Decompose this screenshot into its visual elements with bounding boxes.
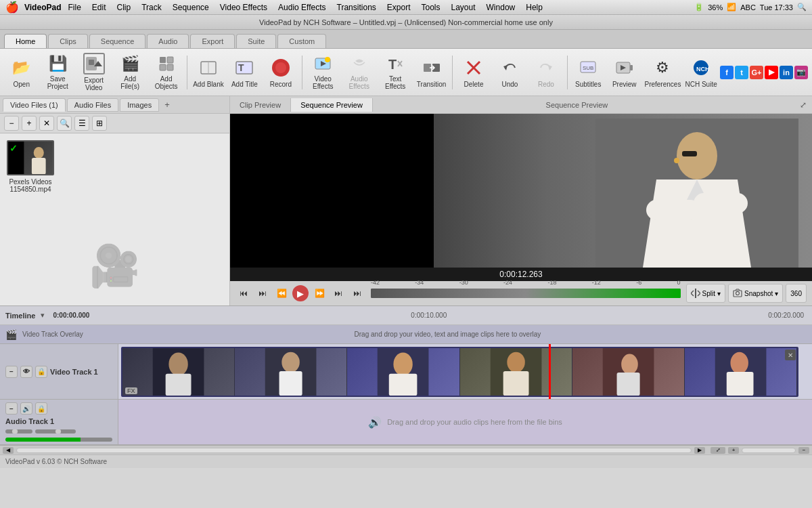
delete-file-button[interactable]: ✕ [39,116,54,131]
apple-icon[interactable]: 🍎 [5,1,19,14]
close-clip-button[interactable]: ✕ [785,350,796,360]
zoom-to-fit-button[interactable]: ⤢ [710,447,725,454]
google-icon[interactable]: G+ [750,66,763,79]
step-back-button[interactable]: ⏭ [254,285,271,301]
delete-button[interactable]: Delete [456,52,491,93]
menu-transitions[interactable]: Transitions [333,1,380,14]
fast-forward-button[interactable]: ⏩ [311,285,328,301]
360-button[interactable]: 360 [786,284,807,303]
open-button[interactable]: 📂 Open [4,52,39,93]
audio-track-speaker-button[interactable]: 🔊 [20,402,32,415]
record-button[interactable]: Record [263,52,298,93]
tab-clips[interactable]: Clips [48,34,87,48]
scroll-right-button[interactable]: ▶ [694,447,705,454]
video-track-eye-button[interactable]: 👁 [20,366,32,378]
tab-sequence[interactable]: Sequence [89,34,146,48]
menu-layout[interactable]: Layout [447,1,480,14]
video-track-lock-button[interactable]: 🔒 [35,366,47,378]
scroll-left-button[interactable]: ◀ [3,447,14,454]
nch-suite-button[interactable]: NCH NCH Suite [683,52,718,93]
menu-help[interactable]: Help [522,1,547,14]
toolbar-sep-4 [567,56,568,89]
facebook-icon[interactable]: f [720,66,734,79]
menu-track[interactable]: Track [137,1,166,14]
audio-track-lock-button[interactable]: 🔒 [35,402,47,415]
file-tab-audio[interactable]: Audio Files [67,98,118,112]
menu-clip[interactable]: Clip [113,1,135,14]
preview-progress-bar[interactable]: -42 -34 -30 -24 -18 -12 -6 0 [371,289,681,298]
app-menu-name[interactable]: VideoPad [24,3,61,12]
detail-view-button[interactable]: ⊞ [92,116,107,131]
subtitles-button[interactable]: SUB Subtitles [571,52,606,93]
go-to-end-button[interactable]: ⏭ [349,285,365,301]
audio-track-minus-button[interactable]: − [5,402,18,415]
tab-clip-preview[interactable]: Clip Preview [230,98,291,112]
linkedin-icon[interactable]: in [780,66,793,79]
export-video-button[interactable]: Export Video [76,52,111,93]
video-track-content[interactable]: ✎ [118,344,812,399]
tab-audio[interactable]: Audio [147,34,189,48]
audio-effects-button[interactable]: Audio Effects [342,52,376,93]
tab-suite[interactable]: Suite [236,34,276,48]
preview-button[interactable]: Preview [607,52,641,93]
scroll-track[interactable] [16,448,692,453]
zoom-slider[interactable] [742,448,796,453]
svg-point-48 [736,292,740,295]
save-project-button[interactable]: 💾 Save Project [40,52,74,93]
twitter-icon[interactable]: t [735,66,748,79]
search-file-button[interactable]: 🔍 [57,116,72,131]
youtube-icon[interactable]: ▶ [765,66,778,79]
timeline-dropdown[interactable]: ▾ [41,311,45,320]
tab-sequence-preview[interactable]: Sequence Preview [291,98,373,112]
menu-window[interactable]: Window [482,1,520,14]
video-track-minus-button[interactable]: − [5,366,18,378]
zoom-in-timeline-button[interactable]: + [728,447,739,454]
list-item[interactable]: ✓ Pexels Videos1154850.mp4 [7,140,54,193]
text-effects-button[interactable]: T Text Effects [378,52,412,93]
file-tab-video[interactable]: Video Files (1) [3,98,66,112]
add-objects-button[interactable]: Add Objects [149,52,183,93]
redo-button[interactable]: Redo [528,52,563,93]
video-clip-strip[interactable]: ✎ [121,347,798,397]
menu-file[interactable]: File [64,1,85,14]
tab-home[interactable]: Home [4,34,47,48]
instagram-icon[interactable]: 📷 [794,66,808,79]
spotlight-icon[interactable]: 🔍 [797,3,807,12]
video-track-controls: − 👁 🔒 [5,366,47,378]
video-effects-button[interactable]: Video Effects [306,52,340,93]
split-button[interactable]: Split ▾ [686,284,725,303]
menu-tools[interactable]: Tools [418,1,445,14]
menu-audio-effects[interactable]: Audio Effects [274,1,330,14]
add-file-tab-button[interactable]: + [160,98,174,111]
audio-slider[interactable] [5,429,32,433]
add-files-button[interactable]: 🎬 Add File(s) [112,52,147,93]
list-view-button[interactable]: ☰ [74,116,89,131]
audio-track-content[interactable]: 🔊 Drag and drop your audio clips here fr… [118,400,812,444]
file-tab-images[interactable]: Images [120,98,159,112]
preferences-button[interactable]: ⚙ Preferences [643,52,682,93]
menu-export[interactable]: Export [383,1,415,14]
zoom-out-timeline-button[interactable]: − [798,447,809,454]
transition-button[interactable]: Transition [414,52,449,93]
audio-volume-slider[interactable] [35,429,76,433]
zoom-in-button[interactable]: + [22,116,37,131]
go-to-start-button[interactable]: ⏮ [235,285,252,301]
timestamp-start: 0:00:00.000 [53,312,89,319]
clip-frame-6 [685,348,797,396]
undo-button[interactable]: Undo [493,52,527,93]
menu-edit[interactable]: Edit [88,1,110,14]
menu-video-effects[interactable]: Video Effects [216,1,271,14]
tab-custom[interactable]: Custom [277,34,326,48]
preview-label: Preview [612,81,637,88]
play-button[interactable]: ▶ [292,285,309,301]
snapshot-button[interactable]: Snapshot ▾ [728,284,783,303]
tab-export[interactable]: Export [190,34,235,48]
rewind-button[interactable]: ⏪ [273,285,290,301]
menu-sequence[interactable]: Sequence [168,1,213,14]
zoom-out-button[interactable]: − [4,116,19,131]
step-forward-button[interactable]: ⏭ [330,285,346,301]
add-title-button[interactable]: T Add Title [227,52,262,93]
svg-rect-3 [160,57,166,63]
preview-expand-button[interactable]: ⤢ [794,98,812,112]
add-blank-button[interactable]: Add Blank [191,52,225,93]
